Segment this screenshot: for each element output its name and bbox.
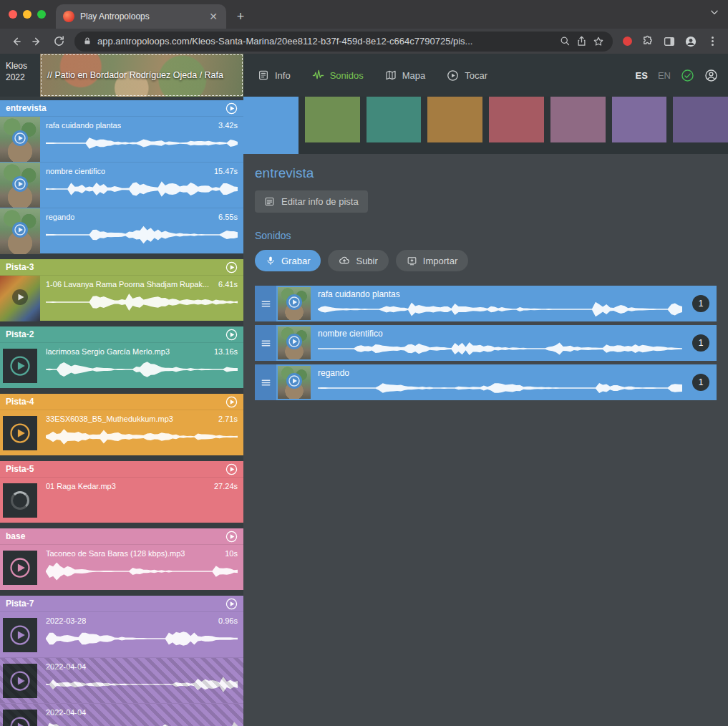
sound-row[interactable]: nombre cientifico1 [255, 325, 717, 361]
clip[interactable]: nombre cientifico15.47s [0, 162, 243, 208]
clip-name: 33ESX6038_B5_Muthedukkum.mp3 [46, 415, 173, 423]
close-window-button[interactable] [9, 10, 17, 19]
zoom-window-button[interactable] [37, 10, 46, 19]
clip[interactable]: 1-06 Lavanya Rama Poorna Shadjam Rupak..… [0, 275, 243, 321]
minimize-window-button[interactable] [23, 10, 31, 19]
clip-play-thumb[interactable] [3, 618, 37, 652]
track-swatch-3[interactable] [367, 97, 422, 142]
play-overlay-icon[interactable] [11, 289, 29, 309]
side-panel-icon[interactable] [659, 32, 679, 52]
play-overlay-icon[interactable] [286, 294, 303, 314]
sync-check-icon[interactable] [681, 69, 694, 82]
edit-track-info-button[interactable]: Editar info de pista [255, 190, 368, 213]
tab-search-chevron-icon[interactable] [709, 7, 719, 20]
lang-es[interactable]: ES [636, 70, 648, 81]
track-1: entrevistarafa cuidando plantas3.42snomb… [0, 100, 243, 253]
track-header[interactable]: base [0, 528, 243, 544]
clip-waveform [46, 178, 238, 200]
nav-sonidos[interactable]: Sonidos [312, 69, 364, 82]
track-header[interactable]: Pista-5 [0, 461, 243, 477]
clip-thumbnail [0, 612, 40, 658]
track-swatch-7[interactable] [612, 97, 667, 142]
track-swatch-1[interactable] [243, 97, 299, 154]
loading-spinner-icon [11, 491, 29, 510]
sound-row[interactable]: rafa cuidando plantas1 [255, 286, 717, 321]
drag-handle-icon[interactable] [255, 325, 276, 361]
drag-handle-icon[interactable] [255, 286, 276, 321]
track-play-icon[interactable] [225, 102, 238, 115]
clip[interactable]: rafa cuidando plantas3.42s [0, 116, 243, 162]
recording-extension-icon[interactable] [623, 37, 632, 46]
track-play-icon[interactable] [225, 329, 238, 341]
play-overlay-icon[interactable] [11, 175, 29, 195]
clip[interactable]: 33ESX6038_B5_Muthedukkum.mp32.71s [0, 410, 243, 455]
browser-tab[interactable]: Play Antropoloops ✕ [56, 4, 226, 29]
zoom-icon[interactable] [560, 36, 571, 47]
sound-row[interactable]: regando1 [255, 364, 717, 400]
clip[interactable]: 2022-04-04 [0, 703, 243, 726]
track-play-icon[interactable] [225, 396, 238, 408]
clip-name: 2022-04-04 [46, 708, 86, 717]
track-swatch-8[interactable] [673, 97, 728, 142]
clip[interactable]: 2022-03-280.96s [0, 611, 243, 657]
sounds-section-label: Sonidos [255, 230, 717, 241]
track-play-icon[interactable] [225, 531, 238, 543]
track-header[interactable]: Pista-4 [0, 394, 243, 410]
address-bar[interactable]: app.antropoloops.com/Kleos-Santa-Marina/… [74, 32, 613, 52]
clip-name: 1-06 Lavanya Rama Poorna Shadjam Rupak..… [46, 280, 209, 289]
drag-handle-icon[interactable] [255, 364, 276, 400]
track-play-icon[interactable] [225, 598, 238, 610]
record-button[interactable]: Grabar [255, 250, 321, 271]
track-4: Pista-433ESX6038_B5_Muthedukkum.mp32.71s [0, 394, 243, 455]
clip-meta: 1-06 Lavanya Rama Poorna Shadjam Rupak..… [46, 280, 238, 289]
project-title: Kleos 2022 [0, 54, 40, 97]
clip-play-thumb[interactable] [3, 664, 37, 698]
track-play-icon[interactable] [225, 261, 238, 274]
track-swatch-4[interactable] [427, 97, 482, 142]
play-overlay-icon[interactable] [286, 333, 303, 353]
play-overlay-icon[interactable] [11, 130, 29, 150]
play-overlay-icon[interactable] [11, 221, 29, 241]
import-button[interactable]: Importar [396, 250, 468, 271]
track-swatch-2[interactable] [305, 97, 360, 142]
clip[interactable]: lacrimosa Sergio García Merlo.mp313.16s [0, 342, 243, 388]
extensions-puzzle-icon[interactable] [638, 32, 658, 52]
account-icon[interactable] [704, 69, 718, 82]
share-icon[interactable] [576, 36, 587, 47]
track-header[interactable]: Pista-2 [0, 326, 243, 342]
nav-mapa[interactable]: Mapa [385, 69, 426, 81]
waveform-icon [312, 69, 324, 82]
clip-body: 33ESX6038_B5_Muthedukkum.mp32.71s [40, 410, 243, 455]
track-cover-photo[interactable]: // Patio en Bordador Rodríguez Ojeda / R… [40, 54, 243, 97]
clip-play-thumb[interactable] [3, 416, 37, 450]
clip[interactable]: 2022-04-04 [0, 657, 243, 703]
track-play-icon[interactable] [225, 463, 238, 475]
browser-menu-kebab-icon[interactable] [702, 32, 722, 52]
play-overlay-icon[interactable] [286, 372, 303, 392]
new-tab-button[interactable]: + [230, 6, 251, 26]
track-swatch-6[interactable] [550, 97, 606, 142]
track-header[interactable]: Pista-7 [0, 596, 243, 611]
clip-play-thumb[interactable] [3, 349, 37, 383]
track-swatch-5[interactable] [489, 97, 544, 142]
nav-tocar[interactable]: Tocar [447, 69, 487, 82]
forward-button[interactable] [27, 32, 47, 52]
clip[interactable]: regando6.55s [0, 208, 243, 253]
clip[interactable]: Taconeo de Sara Baras (128 kbps).mp310s [0, 544, 243, 590]
back-button[interactable] [6, 32, 26, 52]
clip[interactable]: 01 Raga Kedar.mp327.24s [0, 477, 243, 523]
track-header[interactable]: Pista-3 [0, 259, 243, 275]
track-header[interactable]: entrevista [0, 100, 243, 116]
tab-close-icon[interactable]: ✕ [208, 11, 219, 22]
upload-button[interactable]: Subir [328, 250, 388, 271]
lang-en[interactable]: EN [658, 70, 671, 81]
clip-play-thumb[interactable] [3, 551, 37, 585]
bookmark-star-icon[interactable] [593, 36, 604, 47]
clip-play-thumb[interactable] [3, 710, 37, 726]
sound-body: regando [311, 364, 717, 400]
reload-button[interactable] [49, 32, 69, 52]
sound-count-badge: 1 [692, 334, 709, 352]
nav-info[interactable]: Info [258, 69, 291, 81]
clip-duration: 6.55s [218, 213, 238, 221]
profile-avatar-icon[interactable] [681, 32, 701, 52]
